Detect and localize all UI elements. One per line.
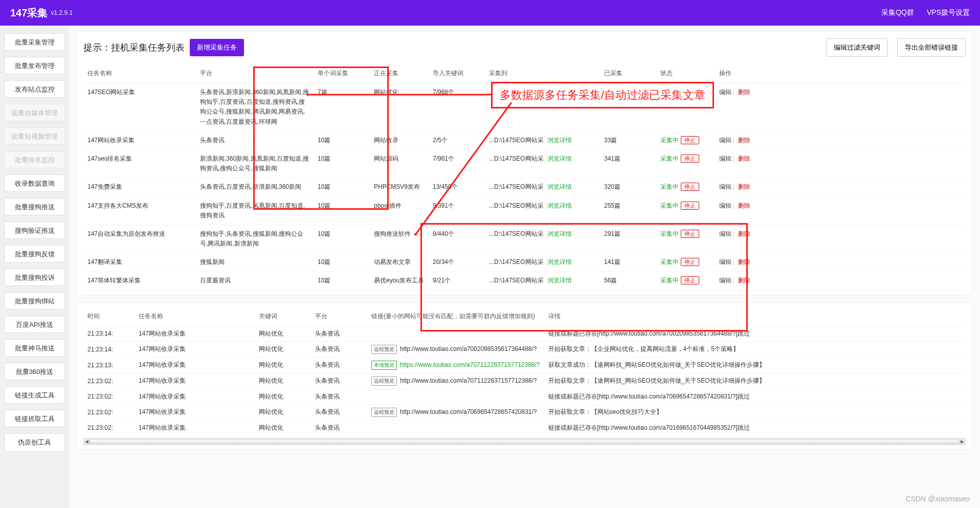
log-url[interactable]: http://www.toutiao.com/a7069654728657420…: [400, 408, 537, 415]
stop-button[interactable]: 停止: [681, 276, 699, 284]
sidebar-item-2[interactable]: 发布站点监控: [4, 80, 65, 98]
sidebar-item-9[interactable]: 批量搜狗反馈: [4, 245, 65, 262]
log-link: 远程预览http://www.toutiao.com/a700209853561…: [367, 341, 544, 357]
log-card: 时间 任务名称 关键词 平台 链接(量小的网站可能没有匹配，如需要可群内反馈增加…: [77, 302, 972, 450]
task-status: 采集中停止: [656, 272, 715, 290]
edit-link[interactable]: 编辑: [719, 230, 731, 237]
edit-link[interactable]: 编辑: [719, 183, 731, 190]
log-time: 21:23:14:: [83, 341, 135, 357]
sidebar-item-10[interactable]: 批量搜狗投诉: [4, 269, 65, 286]
task-ops: 编辑|删除: [715, 83, 966, 131]
stop-button[interactable]: 停止: [681, 202, 699, 210]
sidebar-item-14[interactable]: 批量360推送: [4, 363, 65, 380]
browse-detail-link[interactable]: 浏览详情: [547, 258, 572, 266]
delete-link[interactable]: 删除: [738, 137, 750, 144]
delete-link[interactable]: 删除: [738, 183, 750, 190]
vps-settings-link[interactable]: VPS拨号设置: [927, 8, 970, 17]
task-row: 147seo排名采集新浪新闻,360新闻,凤凰新闻,百度知道,搜狗资讯,搜狗公众…: [83, 149, 966, 178]
brand-title: 147采集: [10, 6, 48, 20]
sidebar-item-1[interactable]: 批量发布管理: [4, 57, 65, 74]
log-link: [367, 326, 544, 341]
sidebar-item-7[interactable]: 批量搜狗推送: [4, 198, 65, 215]
delete-link[interactable]: 删除: [738, 277, 750, 284]
delete-link[interactable]: 删除: [738, 89, 750, 96]
scroll-thumb[interactable]: [90, 439, 959, 444]
browse-detail-link[interactable]: 浏览详情: [547, 277, 572, 284]
sidebar-item-6[interactable]: 收录数据查询: [4, 174, 65, 192]
local-preview-badge[interactable]: 本地预览: [371, 361, 397, 370]
stop-button[interactable]: 停止: [681, 230, 699, 238]
log-detail: 链接或标题已存在[http://www.toutiao.com/a7002098…: [544, 326, 966, 341]
sidebar-item-17[interactable]: 伪原创工具: [4, 433, 65, 451]
log-link: 远程预览http://www.toutiao.com/a706965472865…: [367, 404, 544, 420]
browse-detail-link[interactable]: 浏览详情: [547, 183, 572, 190]
edit-filter-keywords-button[interactable]: 编辑过滤关键词: [826, 38, 888, 57]
task-single: 10篇: [314, 253, 370, 272]
sidebar-item-8[interactable]: 搜狗验证推送: [4, 222, 65, 239]
svg-line-1: [417, 102, 511, 233]
task-status: 采集中停止: [656, 196, 715, 225]
task-row: 147自动采集为原创发布推送搜狗知乎,头条资讯,搜狐新闻,搜狗公众号,腾讯新闻,…: [83, 225, 966, 253]
browse-detail-link[interactable]: 浏览详情: [547, 137, 572, 144]
log-url[interactable]: http://www.toutiao.com/a7071122637157712…: [400, 377, 537, 384]
log-url[interactable]: http://www.toutiao.com/a7002098535617364…: [400, 345, 537, 352]
log-horizontal-scrollbar[interactable]: ◀ ▶: [83, 438, 966, 445]
log-task: 147网站收录采集: [135, 389, 255, 404]
log-time: 21:23:02:: [83, 420, 135, 435]
log-url[interactable]: https://www.toutiao.com/a707112263715771…: [400, 361, 540, 368]
stop-button[interactable]: 停止: [681, 154, 699, 163]
browse-detail-link[interactable]: 浏览详情: [547, 230, 572, 237]
edit-link[interactable]: 编辑: [719, 89, 731, 96]
sidebar-item-11[interactable]: 批量搜狗绑站: [4, 292, 65, 310]
edit-link[interactable]: 编辑: [719, 137, 731, 144]
task-platform: 新浪新闻,360新闻,凤凰新闻,百度知道,搜狗资讯,搜狗公众号,搜狐新闻: [196, 149, 314, 178]
log-platform: 头条资讯: [311, 357, 367, 373]
edit-link[interactable]: 编辑: [719, 258, 731, 266]
stop-button[interactable]: 停止: [681, 136, 699, 144]
log-task: 147网站收录采集: [135, 373, 255, 389]
log-col-time: 时间: [83, 307, 135, 326]
task-status: 采集中停止: [656, 253, 715, 272]
task-current: 易优eyou发布工具: [370, 272, 429, 290]
remote-preview-badge[interactable]: 远程预览: [371, 345, 397, 354]
col-current: 正在采集: [370, 64, 429, 83]
task-current: 动易发布文章: [370, 253, 429, 272]
edit-link[interactable]: 编辑: [719, 202, 731, 209]
qq-group-link[interactable]: 采集QQ群: [881, 8, 914, 17]
topbar: 147采集 v1.2.9.1 采集QQ群 VPS拨号设置: [0, 0, 980, 26]
log-link: 远程预览http://www.toutiao.com/a707112263715…: [367, 373, 544, 389]
stop-button[interactable]: 停止: [681, 258, 699, 266]
remote-preview-badge[interactable]: 远程预览: [371, 377, 397, 386]
scroll-left-icon[interactable]: ◀: [84, 438, 90, 445]
sidebar-item-12[interactable]: 百度API推送: [4, 316, 65, 333]
delete-link[interactable]: 删除: [738, 155, 750, 162]
edit-link[interactable]: 编辑: [719, 155, 731, 162]
stop-button[interactable]: 停止: [681, 183, 699, 191]
sidebar-item-16[interactable]: 链接抓取工具: [4, 410, 65, 427]
task-name: 147seo排名采集: [83, 149, 196, 178]
scroll-right-icon[interactable]: ▶: [959, 438, 965, 445]
delete-link[interactable]: 删除: [738, 202, 750, 209]
sidebar-item-0[interactable]: 批量采集管理: [4, 33, 65, 51]
log-detail: 开始获取文章：【途网科技_网站SEO优化如何做_关于SEO优化详细操作步骤】: [544, 373, 966, 389]
col-dest: 采集到: [485, 64, 600, 83]
delete-link[interactable]: 删除: [738, 230, 750, 237]
sidebar-item-15[interactable]: 链接生成工具: [4, 386, 65, 404]
browse-detail-link[interactable]: 浏览详情: [547, 155, 572, 162]
add-task-button[interactable]: 新增采集任务: [190, 39, 244, 56]
log-row: 21:23:14:147网站收录采集网站优化头条资讯远程预览http://www…: [83, 341, 966, 357]
edit-link[interactable]: 编辑: [719, 277, 731, 284]
remote-preview-badge[interactable]: 远程预览: [371, 408, 397, 417]
export-error-links-button[interactable]: 导出全部错误链接: [897, 38, 966, 57]
task-row: 147支持各大CMS发布搜狗知乎,百度资讯,凤凰新闻,百度知道,搜狗资讯10篇p…: [83, 196, 966, 225]
log-link: [367, 420, 544, 435]
task-ops: 编辑|删除: [715, 131, 966, 149]
delete-link[interactable]: 删除: [738, 258, 750, 266]
browse-detail-link[interactable]: 浏览详情: [547, 202, 572, 209]
log-time: 21:23:02:: [83, 404, 135, 420]
col-import: 导入关键词: [429, 64, 485, 83]
log-col-task: 任务名称: [135, 307, 255, 326]
sidebar-item-13[interactable]: 批量神马推送: [4, 339, 65, 357]
task-import: 9/21个: [429, 272, 485, 290]
task-platform: 搜狗知乎,百度资讯,凤凰新闻,百度知道,搜狗资讯: [196, 196, 314, 225]
